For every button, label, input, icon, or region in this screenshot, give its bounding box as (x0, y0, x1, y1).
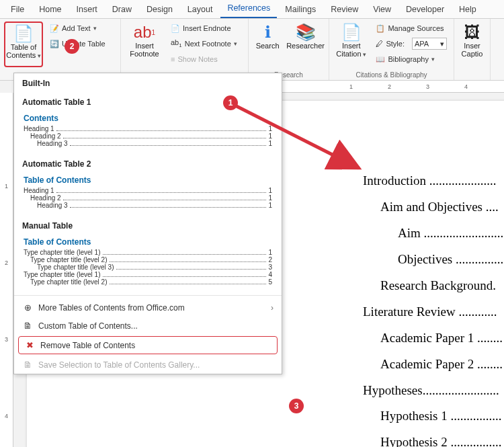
remove-toc-item[interactable]: ✖Remove Table of Contents (19, 337, 277, 354)
search-button[interactable]: ℹ Search (253, 22, 282, 67)
document-toc: Introduction ..................... Aim a… (363, 168, 504, 447)
tab-view[interactable]: View (366, 2, 398, 18)
group-captions: 🖼 Inser Captio (454, 19, 491, 80)
tab-help[interactable]: Help (452, 2, 483, 18)
ribbon-tabs: File Home Insert Draw Design Layout Refe… (0, 0, 504, 19)
auto-table-2-preview[interactable]: Table of Contents Heading 11 Heading 21 … (14, 173, 282, 216)
bibliography-button[interactable]: 📖Bibliography (373, 52, 450, 66)
toc-entry[interactable]: Academic Paper 2 ........ (363, 352, 504, 378)
bibliography-icon: 📖 (376, 55, 385, 64)
document-icon: 📄 (13, 24, 34, 43)
document-icon: 🗎 (22, 321, 33, 331)
style-dropdown[interactable]: APA▾ (412, 38, 447, 50)
toc-entry[interactable]: Hypothesis 1 ................ (363, 403, 504, 430)
custom-toc-item[interactable]: 🗎Custom Table of Contents... (14, 317, 282, 335)
tab-mailings[interactable]: Mailings (278, 2, 323, 18)
more-tables-item[interactable]: ⊕More Tables of Contents from Office.com… (14, 298, 282, 317)
auto-table-1-heading: Automatic Table 1 (14, 92, 282, 111)
built-in-heading: Built-In (14, 73, 282, 92)
manage-sources-button[interactable]: 📋Manage Sources (373, 22, 450, 35)
tab-references[interactable]: References (220, 1, 277, 18)
remove-icon: ✖ (24, 340, 35, 350)
group-toc: 📄 Table of Contents 📝Add Text 🔄Update Ta… (0, 19, 121, 80)
chevron-down-icon: ▾ (440, 40, 444, 48)
auto-table-2-heading: Automatic Table 2 (14, 154, 282, 173)
toc-label-2: Contents (6, 51, 41, 60)
toc-entry[interactable]: Hypothesis 2 ................ (363, 430, 504, 447)
toc-entry[interactable]: Research Background. (363, 273, 504, 299)
researcher-button[interactable]: 📚 Researcher (286, 22, 325, 67)
annotation-badge-1: 1 (223, 95, 238, 110)
group-footnotes: ab1 Insert Footnote 📄Insert Endnote ab1N… (121, 19, 249, 80)
caption-icon: 🖼 (464, 23, 480, 42)
chevron-right-icon: › (271, 303, 274, 313)
citation-icon: 📄 (341, 23, 362, 42)
tab-draw[interactable]: Draw (106, 2, 138, 18)
manual-table-heading: Manual Table (14, 216, 282, 235)
next-footnote-button[interactable]: ab1Next Footnote (168, 37, 240, 50)
toc-entry[interactable]: Hypotheses........................ (363, 378, 504, 404)
tab-file[interactable]: File (4, 2, 31, 18)
toc-dropdown: Built-In Automatic Table 1 Contents Head… (13, 73, 282, 374)
save-icon: 🗎 (22, 360, 33, 370)
footnote-icon: ab1 (134, 23, 155, 42)
table-of-contents-button[interactable]: 📄 Table of Contents (4, 22, 43, 67)
toc-entry[interactable]: Literature Review ............ (363, 299, 504, 325)
tab-review[interactable]: Review (324, 2, 365, 18)
endnote-icon: 📄 (171, 24, 180, 33)
tab-home[interactable]: Home (32, 2, 68, 18)
show-notes-icon: ≡ (171, 55, 175, 63)
vertical-ruler: 1 2 3 4 (0, 93, 13, 447)
office-icon: ⊕ (22, 302, 33, 313)
toc-entry[interactable]: Aim ............................ (363, 220, 504, 247)
add-text-icon: 📝 (50, 24, 59, 33)
insert-citation-button[interactable]: 📄 Insert Citation (333, 22, 369, 67)
group-research: ℹ Search 📚 Researcher Research (249, 19, 329, 80)
save-selection-item: 🗎Save Selection to Table of Contents Gal… (14, 356, 282, 374)
tab-layout[interactable]: Layout (181, 2, 220, 18)
researcher-icon: 📚 (296, 23, 316, 42)
annotation-badge-2: 2 (65, 39, 79, 54)
group-citations: 📄 Insert Citation 📋Manage Sources 🖊Style… (329, 19, 454, 80)
show-notes-button: ≡Show Notes (168, 52, 240, 66)
insert-endnote-button[interactable]: 📄Insert Endnote (168, 22, 240, 35)
add-text-button[interactable]: 📝Add Text (47, 22, 108, 35)
insert-caption-button[interactable]: 🖼 Inser Captio (458, 22, 486, 67)
annotation-badge-3: 3 (289, 399, 304, 413)
tab-developer[interactable]: Developer (399, 2, 451, 18)
tab-insert[interactable]: Insert (70, 2, 104, 18)
search-icon: ℹ (265, 23, 271, 42)
tab-design[interactable]: Design (140, 2, 179, 18)
toc-entry[interactable]: Aim and Objectives .... (363, 194, 504, 220)
toc-entry[interactable]: Academic Paper 1 ........ (363, 325, 504, 352)
toc-entry[interactable]: Objectives .................. (363, 247, 504, 273)
manual-table-preview[interactable]: Table of Contents Type chapter title (le… (14, 235, 282, 292)
next-footnote-icon: ab1 (171, 38, 182, 48)
insert-footnote-button[interactable]: ab1 Insert Footnote (125, 22, 164, 67)
refresh-icon: 🔄 (50, 40, 59, 48)
style-icon: 🖊 (376, 40, 383, 48)
toc-label-1: Table of (11, 43, 37, 51)
manage-sources-icon: 📋 (376, 24, 385, 33)
auto-table-1-preview[interactable]: Contents Heading 11 Heading 21 Heading 3… (14, 111, 282, 154)
style-selector[interactable]: 🖊Style: APA▾ (373, 37, 450, 50)
group-citations-caption: Citations & Bibliography (333, 70, 450, 79)
toc-entry[interactable]: Introduction ..................... (363, 168, 504, 194)
